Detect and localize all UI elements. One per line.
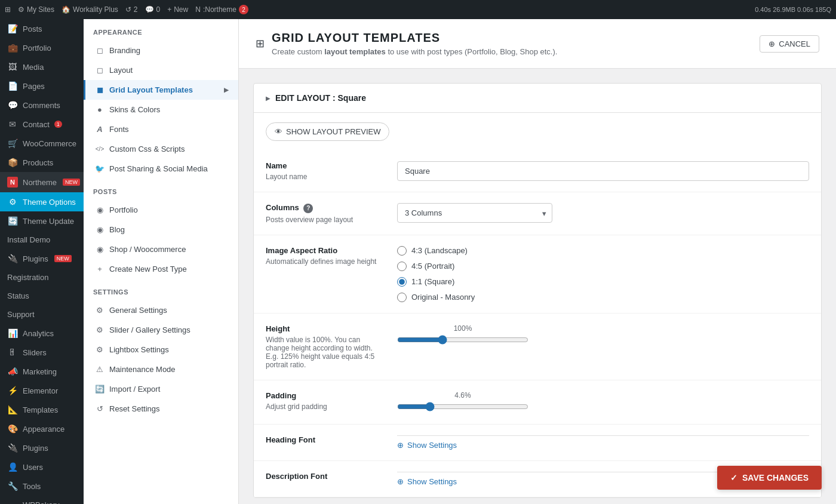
middle-item-shop[interactable]: ◉ Shop / Woocommerce bbox=[84, 239, 238, 259]
section-title-settings: SETTINGS bbox=[84, 279, 238, 300]
name-control-col bbox=[397, 161, 809, 181]
save-changes-button[interactable]: ✓ SAVE CHANGES bbox=[717, 466, 822, 490]
description-font-label-col: Description Font bbox=[266, 472, 385, 483]
post-sharing-label: Post Sharing & Social Media bbox=[109, 164, 208, 173]
sidebar-item-templates[interactable]: 📐 Templates bbox=[0, 400, 84, 419]
sidebar-item-sliders[interactable]: 🎚 Sliders bbox=[0, 343, 84, 362]
middle-item-lightbox[interactable]: ⚙ Lightbox Settings bbox=[84, 340, 238, 359]
sidebar-item-support[interactable]: Support bbox=[0, 305, 84, 324]
media-label: Media bbox=[23, 63, 44, 72]
middle-item-skins-colors[interactable]: ● Skins & Colors bbox=[84, 100, 238, 119]
elementor-label: Elementor bbox=[23, 386, 58, 395]
woocommerce-icon: 🛒 bbox=[7, 139, 18, 148]
columns-help-icon[interactable]: ? bbox=[303, 204, 313, 213]
sidebar-item-media[interactable]: 🖼 Media bbox=[0, 57, 84, 76]
edit-layout-title: EDIT LAYOUT : Square bbox=[275, 93, 366, 103]
middle-item-slider-gallery[interactable]: ⚙ Slider / Gallery Settings bbox=[84, 320, 238, 340]
new-link[interactable]: + New bbox=[167, 5, 188, 14]
sidebar-item-analytics[interactable]: 📊 Analytics bbox=[0, 324, 84, 343]
marketing-icon: 📣 bbox=[7, 367, 18, 376]
northeme-name: :Northeme bbox=[203, 5, 236, 14]
middle-item-blog[interactable]: ◉ Blog bbox=[84, 220, 238, 239]
sidebar-item-elementor[interactable]: ⚡ Elementor bbox=[0, 381, 84, 400]
middle-item-maintenance[interactable]: ⚠ Maintenance Mode bbox=[84, 359, 238, 379]
northeme-link[interactable]: N :Northeme 2 bbox=[195, 5, 248, 14]
reset-settings-icon: ↺ bbox=[95, 404, 105, 413]
portfolio-label: Portfolio bbox=[23, 44, 51, 53]
heading-font-label: Heading Font bbox=[266, 435, 385, 444]
sidebar-item-tools[interactable]: 🔧 Tools bbox=[0, 477, 84, 496]
middle-item-grid-layout-templates[interactable]: ◼ Grid Layout Templates ▶ bbox=[84, 80, 238, 100]
middle-item-branding[interactable]: ◻ Branding bbox=[84, 41, 238, 60]
sidebar-item-northeme[interactable]: N Northeme NEW bbox=[0, 172, 84, 192]
sidebar-item-pages[interactable]: 📄 Pages bbox=[0, 76, 84, 96]
sidebar-item-portfolio[interactable]: 💼 Portfolio bbox=[0, 38, 84, 57]
contact-badge: 1 bbox=[54, 121, 62, 128]
radio-square[interactable]: 1:1 (Square) bbox=[397, 277, 809, 287]
comments-link[interactable]: 💬 0 bbox=[145, 5, 161, 14]
description-font-show-settings-button[interactable]: ⊕ Show Settings bbox=[397, 477, 457, 486]
sidebar-item-contact[interactable]: ✉ Contact 1 bbox=[0, 115, 84, 134]
workality-plus-link[interactable]: 🏠 Workality Plus bbox=[62, 5, 118, 14]
height-sublabel: Width value is 100%. You can change heig… bbox=[266, 336, 385, 369]
maintenance-icon: ⚠ bbox=[95, 365, 105, 374]
radio-square-input[interactable] bbox=[397, 277, 407, 287]
middle-item-general-settings[interactable]: ⚙ General Settings bbox=[84, 300, 238, 320]
wp-logo-link[interactable]: ⊞ bbox=[5, 5, 11, 14]
middle-item-import-export[interactable]: 🔄 Import / Export bbox=[84, 379, 238, 399]
save-check-icon: ✓ bbox=[730, 473, 737, 483]
sidebar-item-posts[interactable]: 📝 Posts bbox=[0, 19, 84, 38]
radio-landscape[interactable]: 4:3 (Landscape) bbox=[397, 246, 809, 256]
grid-layout-icon: ◼ bbox=[95, 85, 105, 94]
padding-value: 4.6% bbox=[397, 391, 528, 399]
revisions-link[interactable]: ↺ 2 bbox=[125, 5, 138, 14]
radio-landscape-input[interactable] bbox=[397, 246, 407, 256]
sidebar-item-plugins[interactable]: 🔌 Plugins NEW bbox=[0, 249, 84, 268]
middle-item-fonts[interactable]: A Fonts bbox=[84, 119, 238, 139]
edit-layout-section-header[interactable]: ▶ EDIT LAYOUT : Square bbox=[254, 84, 821, 113]
sidebar-item-install-demo[interactable]: Install Demo bbox=[0, 231, 84, 249]
skins-colors-icon: ● bbox=[95, 105, 105, 114]
show-layout-preview-button[interactable]: 👁 SHOW LAYOUT PREVIEW bbox=[266, 122, 389, 141]
northeme-badge: 2 bbox=[239, 5, 248, 14]
middle-item-custom-css[interactable]: </> Custom Css & Scripts bbox=[84, 139, 238, 159]
sidebar-item-users[interactable]: 👤 Users bbox=[0, 457, 84, 477]
heading-font-plus-icon: ⊕ bbox=[397, 441, 404, 450]
sidebar-item-wpbakery[interactable]: 🧱 WPBakery Page Builder bbox=[0, 496, 84, 504]
sidebar-item-registration[interactable]: Registration bbox=[0, 268, 84, 287]
name-input[interactable] bbox=[397, 161, 809, 181]
middle-item-layout[interactable]: ◻ Layout bbox=[84, 60, 238, 80]
middle-item-post-sharing[interactable]: 🐦 Post Sharing & Social Media bbox=[84, 159, 238, 179]
content-header: ⊞ GRID LAYOUT TEMPLATES Create custom la… bbox=[239, 19, 836, 69]
columns-field-row: Columns ? Posts overview page layout 1 C… bbox=[254, 192, 821, 235]
workality-plus-label: Workality Plus bbox=[73, 5, 118, 14]
middle-item-portfolio[interactable]: ◉ Portfolio bbox=[84, 200, 238, 220]
name-label-col: Name Layout name bbox=[266, 161, 385, 181]
radio-portrait[interactable]: 4:5 (Portrait) bbox=[397, 262, 809, 271]
middle-item-create-new-post-type[interactable]: + Create New Post Type bbox=[84, 259, 238, 279]
heading-font-show-settings-button[interactable]: ⊕ Show Settings bbox=[397, 441, 457, 450]
sidebar-item-plugins2[interactable]: 🔌 Plugins bbox=[0, 438, 84, 457]
middle-item-reset-settings[interactable]: ↺ Reset Settings bbox=[84, 399, 238, 419]
height-slider[interactable] bbox=[397, 335, 528, 345]
columns-select[interactable]: 1 Column 2 Columns 3 Columns 4 Columns bbox=[397, 203, 552, 223]
sidebar-item-products[interactable]: 📦 Products bbox=[0, 153, 84, 172]
analytics-label: Analytics bbox=[23, 329, 54, 338]
sidebar-item-appearance[interactable]: 🎨 Appearance bbox=[0, 419, 84, 438]
sidebar-item-marketing[interactable]: 📣 Marketing bbox=[0, 362, 84, 381]
padding-slider[interactable] bbox=[397, 402, 528, 411]
sidebar-item-woocommerce[interactable]: 🛒 WooCommerce bbox=[0, 134, 84, 153]
pages-icon: 📄 bbox=[7, 81, 18, 91]
plugins-new-badge: NEW bbox=[54, 255, 72, 262]
radio-masonry-input[interactable] bbox=[397, 293, 407, 302]
cancel-button[interactable]: ⊕ CANCEL bbox=[760, 35, 819, 53]
sidebar-item-theme-options[interactable]: ⚙ Theme Options bbox=[0, 192, 84, 211]
radio-masonry[interactable]: Original - Masonry bbox=[397, 293, 809, 302]
sidebar-item-comments[interactable]: 💬 Comments bbox=[0, 96, 84, 115]
layout-icon: ◻ bbox=[95, 66, 105, 75]
sidebar-item-theme-update[interactable]: 🔄 Theme Update bbox=[0, 211, 84, 231]
heading-font-label-col: Heading Font bbox=[266, 435, 385, 447]
my-sites-link[interactable]: ⚙ My Sites bbox=[18, 5, 54, 14]
sidebar-item-status[interactable]: Status bbox=[0, 287, 84, 305]
radio-portrait-input[interactable] bbox=[397, 262, 407, 271]
